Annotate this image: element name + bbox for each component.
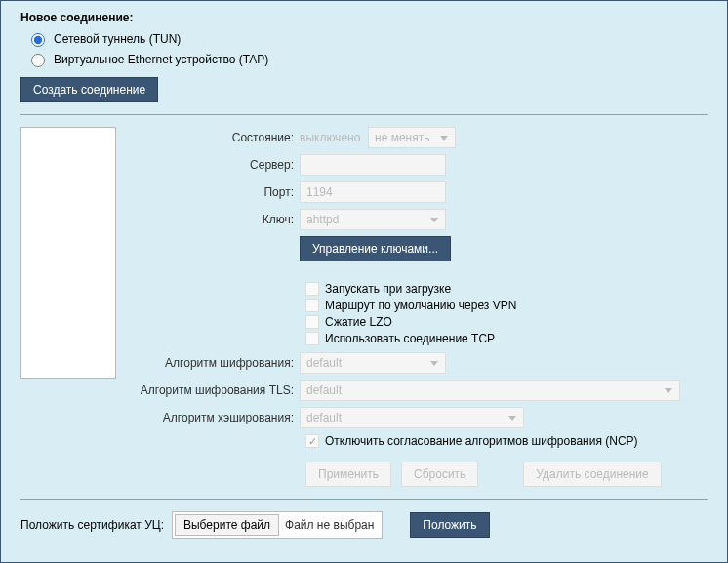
key-select[interactable] (300, 209, 446, 230)
hash-select[interactable] (300, 407, 524, 428)
radio-tap[interactable]: Виртуальное Ethernet устройство (TAP) (26, 51, 708, 67)
delete-connection-button[interactable]: Удалить соединение (523, 462, 661, 487)
checkbox-boot-label: Запускать при загрузке (325, 282, 451, 296)
apply-button[interactable]: Применить (305, 462, 391, 487)
state-label: Состояние: (136, 131, 300, 144)
cipher-select[interactable] (300, 352, 446, 374)
file-input-widget[interactable]: Выберите файл Файл не выбран (172, 511, 383, 539)
upload-button[interactable]: Положить (410, 512, 489, 538)
file-status: Файл не выбран (285, 518, 380, 532)
radio-tun-input[interactable] (31, 33, 45, 47)
server-label: Сервер: (136, 158, 300, 172)
reset-button[interactable]: Сбросить (401, 462, 478, 487)
port-label: Порт: (136, 185, 300, 199)
radio-tap-label: Виртуальное Ethernet устройство (TAP) (54, 53, 268, 66)
connection-form: Состояние: выключено Сервер: Порт: (136, 127, 708, 487)
divider (20, 114, 708, 115)
choose-file-button[interactable]: Выберите файл (175, 514, 279, 536)
checkbox-lzo-label: Сжатие LZO (325, 315, 392, 329)
state-value: выключено (300, 131, 362, 144)
connections-listbox[interactable] (20, 127, 116, 379)
checkbox-ncp[interactable] (305, 434, 319, 448)
upload-cert-label: Положить сертификат УЦ: (20, 518, 164, 532)
checkbox-tcp[interactable] (305, 332, 319, 345)
checkbox-tcp-label: Использовать соединение TCP (325, 332, 495, 345)
cipher-label: Алгоритм шифрования: (136, 356, 300, 370)
state-select[interactable] (368, 127, 456, 148)
checkbox-route-label: Маршрут по умолчанию через VPN (325, 299, 516, 312)
section-title: Новое соединение: (20, 11, 708, 24)
radio-tap-input[interactable] (31, 54, 45, 67)
manage-keys-button[interactable]: Управление ключами... (300, 236, 451, 261)
tls-label: Алгоритм шифрования TLS: (136, 383, 300, 397)
divider (20, 499, 708, 500)
radio-tun-label: Сетевой туннель (TUN) (54, 32, 181, 46)
checkbox-lzo[interactable] (305, 315, 319, 329)
key-label: Ключ: (136, 213, 300, 226)
checkbox-route[interactable] (305, 299, 319, 312)
radio-tun[interactable]: Сетевой туннель (TUN) (26, 30, 708, 47)
checkbox-ncp-label: Отключить согласование алгоритмов шифров… (325, 434, 638, 448)
checkbox-boot[interactable] (305, 282, 319, 296)
port-input[interactable] (300, 181, 446, 203)
tls-select[interactable] (300, 380, 680, 401)
server-input[interactable] (300, 154, 446, 176)
create-connection-button[interactable]: Создать соединение (20, 77, 158, 102)
hash-label: Алгоритм хэширования: (136, 411, 300, 424)
